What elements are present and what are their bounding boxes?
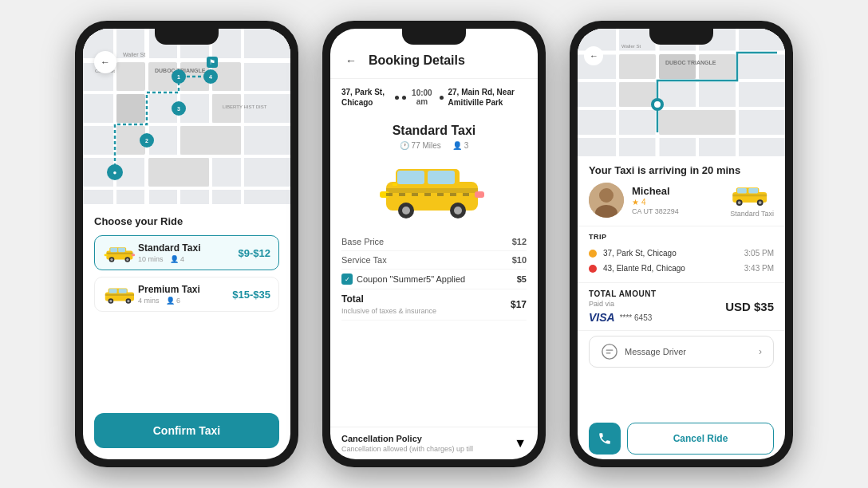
route-dot-3 (440, 96, 444, 100)
svg-point-105 (759, 201, 762, 204)
cancel-policy-text: Cancellation allowed (with charges) up t… (341, 445, 473, 453)
trip-stop-dropoff: 43, Elante Rd, Chicago 3:43 PM (589, 261, 774, 276)
svg-rect-59 (428, 171, 455, 184)
svg-rect-84 (619, 54, 656, 79)
svg-text:⚑: ⚑ (209, 58, 215, 66)
route-info: 37, Park St, Chicago 10:00 am 27, Main R… (330, 79, 538, 116)
booking-title: Booking Details (369, 53, 465, 68)
svg-rect-106 (732, 195, 767, 197)
svg-text:●: ● (113, 169, 117, 176)
svg-rect-68 (399, 193, 405, 196)
svg-text:2: 2 (145, 138, 148, 144)
svg-rect-66 (475, 191, 484, 198)
price-row-base: Base Price $12 (341, 233, 527, 251)
price-row-total: Total Inclusive of taxes & insurance $17 (341, 289, 527, 321)
svg-rect-101 (749, 188, 759, 194)
svg-rect-55 (105, 294, 134, 296)
driver-rating: ★ 4 (632, 198, 722, 207)
standard-taxi-info: Standard Taxi 10 mins 👤 4 (138, 242, 239, 263)
notch-1 (155, 29, 219, 45)
svg-rect-73 (463, 193, 469, 196)
pickup-dot (589, 250, 597, 258)
pickup-time: 3:05 PM (744, 249, 774, 258)
svg-point-103 (738, 201, 741, 204)
svg-rect-46 (132, 254, 135, 256)
svg-text:←: ← (590, 51, 598, 61)
svg-rect-44 (106, 253, 133, 254)
driver-car-type: Standard Taxi (730, 210, 774, 218)
svg-text:4: 4 (209, 74, 212, 80)
base-price-value: $12 (512, 237, 527, 246)
trip-stop-pickup: 37, Park St, Chicago 3:05 PM (589, 246, 774, 261)
svg-point-52 (109, 300, 112, 302)
svg-rect-64 (386, 188, 478, 193)
route-from: 37, Park St, Chicago (341, 87, 390, 108)
cancel-policy-arrow: ▼ (514, 436, 527, 451)
message-driver-button[interactable]: Message Driver › (589, 336, 774, 368)
cancel-ride-button[interactable]: Cancel Ride (627, 423, 774, 455)
svg-point-41 (110, 258, 112, 261)
back-button-2[interactable]: ← (341, 51, 361, 70)
call-button[interactable] (589, 423, 621, 455)
svg-rect-49 (109, 289, 117, 293)
total-label: TOTAL AMOUNT (589, 289, 657, 298)
premium-taxi-time: 4 mins (138, 297, 160, 305)
svg-rect-100 (737, 188, 747, 194)
ride-option-standard[interactable]: Standard Taxi 10 mins 👤 4 $9-$12 (94, 235, 279, 270)
svg-point-92 (654, 101, 661, 108)
svg-point-43 (126, 258, 128, 261)
dropoff-dot (589, 265, 597, 273)
driver-name: Micheal (632, 185, 722, 197)
price-row-tax: Service Tax $10 (341, 251, 527, 270)
premium-taxi-passengers: 👤 6 (166, 297, 181, 305)
cancel-policy: Cancellation Policy Cancellation allowed… (330, 427, 538, 459)
ride-list: Choose your Ride (83, 204, 290, 459)
total-row: TOTAL AMOUNT Paid via VISA **** 6453 USD… (589, 289, 774, 324)
taxi-passengers: 👤 3 (452, 141, 468, 150)
svg-rect-71 (437, 193, 444, 196)
svg-rect-39 (118, 248, 125, 253)
taxi-display-name: Standard Taxi (330, 124, 538, 138)
map-area-1: Waller St Castro St DUBOC TRIANGLE LIBER… (83, 29, 290, 204)
dropoff-address: 43, Elante Rd, Chicago (603, 264, 738, 273)
service-tax-value: $10 (512, 255, 527, 265)
section-title-1: Choose your Ride (94, 215, 279, 227)
pricing-section: Base Price $12 Service Tax $10 ✓ Coupon … (330, 226, 538, 427)
confirm-taxi-button[interactable]: Confirm Taxi (94, 413, 279, 448)
premium-taxi-info: Premium Taxi 4 mins 👤 6 (138, 284, 232, 305)
svg-rect-85 (659, 54, 696, 79)
coupon-label: Coupon "Summer5" Applied (357, 274, 465, 284)
pickup-address: 37, Park St, Chicago (603, 249, 738, 258)
phone-1: Waller St Castro St DUBOC TRIANGLE LIBER… (75, 21, 298, 467)
svg-text:1: 1 (177, 74, 180, 80)
trip-label: TRIP (589, 233, 774, 241)
route-to: 27, Main Rd, Near Amitiville Park (448, 87, 527, 108)
trip-section: TRIP 37, Park St, Chicago 3:05 PM 43, El… (578, 226, 785, 283)
taxi-display: Standard Taxi 🕐 77 Miles 👤 3 (330, 116, 538, 226)
total-label: Total (341, 293, 364, 305)
notch-2 (402, 29, 466, 45)
back-button-1[interactable]: ← (94, 51, 116, 73)
dropoff-time: 3:43 PM (744, 264, 774, 273)
svg-rect-69 (412, 193, 418, 196)
coupon-value: $5 (517, 274, 527, 284)
svg-rect-50 (119, 289, 127, 293)
svg-rect-13 (116, 94, 145, 123)
total-sub: Inclusive of taxes & insurance (341, 307, 436, 315)
standard-taxi-price: $9-$12 (239, 247, 270, 259)
route-dot-2 (402, 96, 406, 100)
driver-card: Micheal ★ 4 CA UT 382294 (589, 183, 774, 218)
total-value: $17 (511, 299, 527, 310)
phone-3: Waller St DUBOC TRIANGLE ← Your Taxi is … (570, 21, 793, 467)
svg-rect-38 (110, 248, 117, 253)
ride-option-premium[interactable]: Premium Taxi 4 mins 👤 6 $15-$35 (94, 277, 279, 312)
total-amount: USD $35 (725, 300, 774, 313)
message-driver-arrow: › (759, 346, 762, 357)
visa-logo: VISA (589, 311, 615, 324)
notch-3 (649, 29, 713, 45)
svg-point-63 (454, 207, 462, 214)
phone-2: ← Booking Details 37, Park St, Chicago 1… (322, 21, 546, 467)
svg-rect-74 (393, 183, 397, 186)
paid-via: Paid via (589, 300, 657, 308)
svg-rect-45 (105, 254, 108, 256)
